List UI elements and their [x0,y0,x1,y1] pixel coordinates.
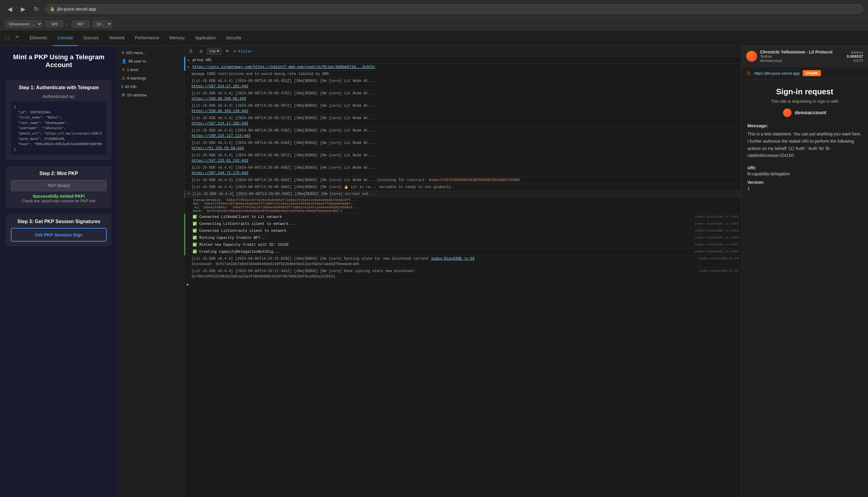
log-level-warnings[interactable]: ⚠ 6 warnings [118,74,184,82]
signin-url-bar: ⚠ https://jilo-puce.vercel.app Unsafe [741,67,868,80]
main-content: Mint a PKP Using a Telegram Account Step… [0,46,868,497]
address-bar[interactable]: 🔒 jilo-puce.vercel.app [45,4,863,14]
devtools-tabs: ⬚ 📱 Elements Console Sources Network Per… [0,30,868,46]
inspect-element-button[interactable]: ⬚ [2,33,12,43]
unsafe-badge: Unsafe [803,70,821,76]
viewport-width[interactable] [45,20,63,28]
signin-panel: Chronicle Yellowstone - Lit Protocol Tes… [741,46,868,497]
toggle-sidebar-button[interactable]: ☰ [187,48,195,55]
viewport-height[interactable] [72,20,90,28]
account-name: demoaccount [795,110,826,115]
log-line: [Lit-JS-SDK v6.4.4] [2024-09-08T14:20:09… [184,78,741,90]
context-label: top [209,49,216,54]
device-emulation-button[interactable]: 📱 [13,33,22,43]
log-link[interactable]: https://199.115.117.115:443 [192,134,250,138]
forward-button[interactable]: ▶ [18,4,28,14]
log-expand-icon [188,228,191,234]
signin-body: Sign-in request This site is requesting … [741,80,868,497]
message-content: This is a test statement. You can put an… [748,131,862,159]
tab-memory[interactable]: Memory [165,30,190,46]
log-content: [Lit-JS-SDK v6.4.4] [2024-09-08T14:20:09… [192,184,739,190]
log-link[interactable]: https://158.69.163.138:443 [192,109,248,113]
tab-console[interactable]: Console [53,30,78,46]
dimension-bar: Dimensions: ... x 10... [0,18,868,30]
log-expand-icon[interactable]: ▶ [188,65,191,70]
log-level-user[interactable]: 👤 98 user m... [118,57,184,65]
step1-section: Step 1: Authenticate with Telegram Authe… [6,80,112,160]
log-link[interactable]: https://147.135.61.242:443 [192,159,248,163]
tab-sources[interactable]: Sources [78,30,104,46]
log-link[interactable]: index-0iao43DB.js:66 [431,257,475,261]
log-line-expanded: ▼ [Lit-JS-SDK v6.4.4] [2024-09-08T14:20:… [184,191,741,198]
log-level-verbose[interactable]: ⚙ 53 verbose [118,91,184,99]
tab-performance[interactable]: Performance [130,30,164,46]
log-expand-toggle[interactable]: ▼ [188,191,191,197]
get-session-sigs-button[interactable]: Get PKP Session Sigs [11,228,107,242]
verbose-label: 53 verbose [127,93,147,97]
log-expanded-content: {networkPubkey: '99becf3f854c2073b06e4bd… [184,198,741,214]
balance-label: Balance [847,51,863,54]
log-level-errors[interactable]: ✕ 1 error [118,65,184,74]
step3-section: Step 3: Get PKP Session Signatures Get P… [6,214,112,246]
errors-label: 1 error [127,67,139,72]
log-expand-icon [188,214,191,220]
eye-button[interactable]: 👁 [223,48,232,55]
log-level-info[interactable]: ℹ 42 info [118,82,184,91]
log-source[interactable]: index-0iao43DB.js:66 [699,256,739,261]
tab-application[interactable]: Application [190,30,221,46]
log-content: ✅ Connecting LitContracts client to netw… [192,221,694,227]
context-selector[interactable]: top ▼ [207,48,221,55]
log-expand-icon [187,268,190,274]
log-line: [Lit-JS-SDK v6.4.4] [2024-09-08T14:20:09… [184,165,741,177]
auth-data: { "id": 5997015504, "first_name": "Rahul… [11,101,107,155]
uri-value: lit:capability:delegation [748,171,862,176]
log-expand-icon [187,178,190,183]
log-source[interactable]: index-0iao43DB.js:1055 [695,228,739,233]
log-expand-icon [187,128,190,133]
log-line: [Lit-JS-SDK v6.4.4] [2024-09-08T14:20:15… [184,255,741,268]
log-link[interactable]: https://51.255.59.58:443 [192,146,244,151]
log-line: [Lit-JS-SDK v6.4.4] [2024-09-08T14:20:09… [184,90,741,102]
log-source[interactable]: index-0iao43DB.js:66 [699,268,739,274]
log-source[interactable]: index-0iao43DB.js:1055 [695,242,739,247]
log-expand-icon [188,221,191,227]
log-content: [Lit-JS-SDK v6.4.4] [2024-09-08T14:20:09… [192,178,739,183]
log-line: [Lit-JS-SDK v6.4.4] [2024-09-08T14:20:09… [184,152,741,165]
clear-console-button[interactable]: ⊘ [197,48,205,55]
log-content: [Lit-JS-SDK v6.4.4] [2024-09-08T14:20:09… [192,165,739,176]
log-source[interactable]: index-0iao43DB.js:1055 [695,214,739,219]
reload-button[interactable]: ↻ [31,4,41,14]
mint-pkp-button[interactable]: PKP Minted [11,180,107,191]
log-content: [Lit-JS-SDK v6.4.4] [2024-09-08T14:20:09… [192,140,739,151]
info-icon: ℹ [121,84,123,89]
log-content: manage CORS restrictions and to avoid be… [192,71,739,77]
back-button[interactable]: ◀ [5,4,15,14]
dimension-preset[interactable]: Dimensions: ... [5,20,42,28]
message-label: Message: [748,123,862,128]
tab-security[interactable]: Security [221,30,246,46]
tab-elements[interactable]: Elements [25,30,52,46]
log-link[interactable]: https://207.244.72.175:443 [192,171,248,175]
log-expand-icon [187,91,190,96]
log-source[interactable]: index-0iao43DB.js:1055 [695,221,739,226]
wallet-network-name: Chronicle Yellowstone - Lit Protocol [760,49,844,54]
wallet-icon [746,51,757,62]
verbose-icon: ⚙ [121,93,126,97]
log-link[interactable]: https://167.114.17.202:443 [192,122,248,126]
log-expand-icon [188,242,191,247]
zoom-level[interactable]: 10... [93,20,112,28]
info-label: 42 info [125,84,136,89]
log-source[interactable]: index-0iao43DB.js:1055 [695,235,739,240]
version-value: 1 [748,186,862,191]
log-link[interactable]: https://167.114.17.201:443 [192,84,248,88]
log-line: ✅ Connecting LitContracts client to netw… [184,221,741,228]
log-source[interactable]: index-0iao43DB.js:1055 [695,249,739,254]
log-level-all[interactable]: ≡ 102 mess... [118,48,184,57]
log-expand-icon[interactable]: ▶ [188,57,191,63]
tab-network[interactable]: Network [104,30,129,46]
warnings-icon: ⚠ [121,75,126,81]
log-link[interactable]: https://cors.litgateway.com/https://kdsi… [192,65,375,69]
context-chevron-icon: ▼ [217,49,219,54]
log-link[interactable]: https://158.69.108.66:443 [192,97,246,101]
warning-icon: ⚠ [746,70,751,76]
